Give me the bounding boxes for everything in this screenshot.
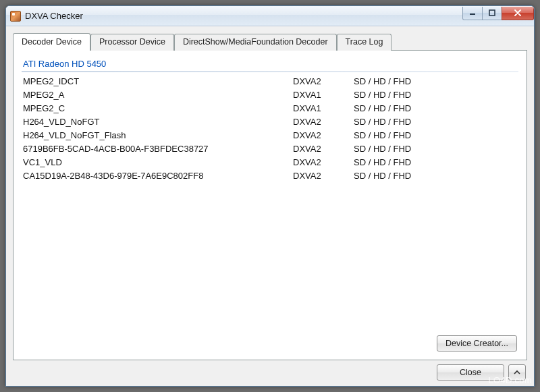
- bottom-button-row: Close: [13, 360, 527, 381]
- tab-label: Decoder Device: [22, 37, 82, 47]
- maximize-button[interactable]: [482, 7, 502, 20]
- decoder-resolutions: SD / HD / FHD: [354, 115, 517, 129]
- decoder-api: DXVA1: [293, 88, 354, 102]
- decoder-row[interactable]: H264_VLD_NoFGTDXVA2SD / HD / FHD: [22, 115, 518, 129]
- decoder-api: DXVA2: [293, 142, 354, 156]
- decoder-row[interactable]: MPEG2_IDCTDXVA2SD / HD / FHD: [22, 75, 518, 88]
- tab-label: Processor Device: [99, 37, 165, 47]
- minimize-button[interactable]: [462, 7, 483, 20]
- decoder-name: MPEG2_A: [23, 88, 293, 102]
- decoder-api: DXVA2: [293, 75, 354, 88]
- decoder-api: DXVA2: [293, 129, 354, 142]
- minimize-icon: [469, 9, 476, 16]
- decoder-name: MPEG2_IDCT: [23, 75, 293, 88]
- decoder-resolutions: SD / HD / FHD: [354, 142, 517, 156]
- button-label: Device Creator...: [446, 339, 508, 348]
- decoder-name: VC1_VLD: [23, 156, 293, 169]
- app-icon: [10, 11, 21, 22]
- decoder-row[interactable]: 6719B6FB-5CAD-4ACB-B00A-F3BFDEC38727DXVA…: [22, 142, 518, 156]
- panel-button-row: Device Creator...: [22, 330, 518, 353]
- decoder-row[interactable]: H264_VLD_NoFGT_FlashDXVA2SD / HD / FHD: [22, 129, 518, 142]
- decoder-resolutions: SD / HD / FHD: [354, 75, 517, 88]
- device-creator-button[interactable]: Device Creator...: [437, 335, 517, 352]
- tab-directshow-mf-decoder[interactable]: DirectShow/MediaFoundation Decoder: [174, 34, 337, 51]
- decoder-api: DXVA2: [293, 115, 354, 129]
- device-name-header: ATI Radeon HD 5450: [22, 57, 518, 72]
- tab-processor-device[interactable]: Processor Device: [90, 34, 174, 51]
- client-area: Decoder Device Processor Device DirectSh…: [6, 26, 534, 386]
- close-app-button[interactable]: Close: [437, 364, 504, 381]
- decoder-row[interactable]: MPEG2_ADXVA1SD / HD / FHD: [22, 88, 518, 102]
- svg-rect-1: [489, 10, 495, 16]
- app-window: DXVA Checker Decoder Device: [5, 5, 535, 387]
- decoder-resolutions: SD / HD / FHD: [354, 156, 517, 169]
- tab-strip: Decoder Device Processor Device DirectSh…: [13, 33, 527, 50]
- decoder-row[interactable]: CA15D19A-2B48-43D6-979E-7A6E9C802FF8DXVA…: [22, 169, 518, 183]
- close-icon: [514, 9, 522, 16]
- tab-label: Trace Log: [346, 37, 383, 47]
- close-button[interactable]: [502, 7, 534, 20]
- maximize-icon: [489, 9, 495, 16]
- window-controls: [463, 7, 534, 20]
- decoder-list: MPEG2_IDCTDXVA2SD / HD / FHDMPEG2_ADXVA1…: [22, 75, 518, 183]
- tab-label: DirectShow/MediaFoundation Decoder: [183, 37, 328, 47]
- titlebar[interactable]: DXVA Checker: [6, 6, 534, 26]
- decoder-row[interactable]: MPEG2_CDXVA1SD / HD / FHD: [22, 102, 518, 115]
- decoder-name: H264_VLD_NoFGT_Flash: [23, 129, 293, 142]
- decoder-api: DXVA1: [293, 102, 354, 115]
- decoder-api: DXVA2: [293, 156, 354, 169]
- decoder-resolutions: SD / HD / FHD: [354, 88, 517, 102]
- decoder-name: H264_VLD_NoFGT: [23, 115, 293, 129]
- decoder-resolutions: SD / HD / FHD: [354, 169, 517, 183]
- decoder-row[interactable]: VC1_VLDDXVA2SD / HD / FHD: [22, 156, 518, 169]
- decoder-name: 6719B6FB-5CAD-4ACB-B00A-F3BFDEC38727: [23, 142, 293, 156]
- tab-trace-log[interactable]: Trace Log: [337, 34, 392, 51]
- decoder-resolutions: SD / HD / FHD: [354, 102, 517, 115]
- decoder-api: DXVA2: [293, 169, 354, 183]
- svg-rect-0: [470, 13, 475, 15]
- button-label: Close: [460, 368, 481, 377]
- decoder-resolutions: SD / HD / FHD: [354, 129, 517, 142]
- expand-button[interactable]: [508, 364, 526, 381]
- chevron-up-icon: [514, 369, 520, 376]
- decoder-name: MPEG2_C: [23, 102, 293, 115]
- window-title: DXVA Checker: [25, 11, 463, 21]
- tab-panel-decoder-device: ATI Radeon HD 5450 MPEG2_IDCTDXVA2SD / H…: [13, 50, 527, 360]
- tab-decoder-device[interactable]: Decoder Device: [13, 33, 90, 50]
- decoder-name: CA15D19A-2B48-43D6-979E-7A6E9C802FF8: [23, 169, 293, 183]
